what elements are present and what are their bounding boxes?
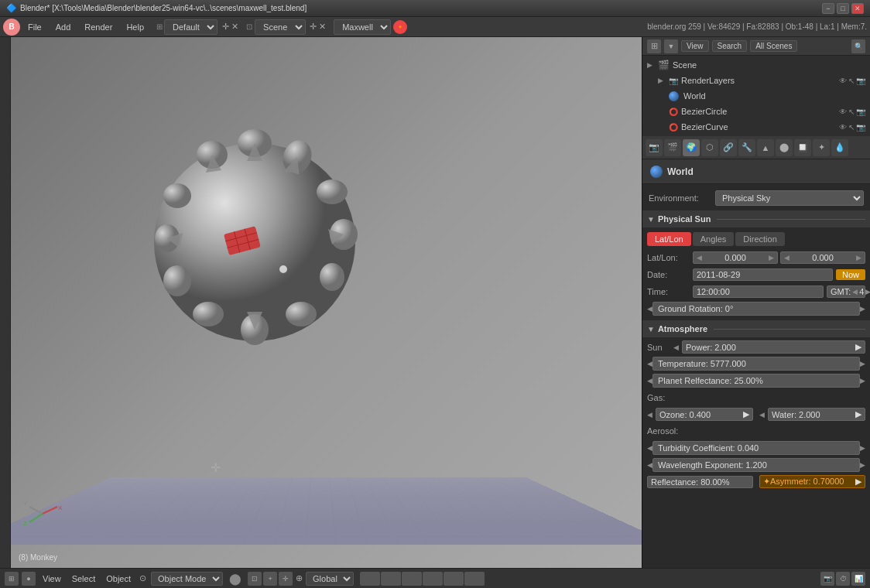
beziercircle-eye[interactable]: 👁 (839, 108, 847, 116)
scene-expand-arrow[interactable]: ▶ (647, 61, 655, 69)
beziercurve-eye[interactable]: 👁 (839, 123, 847, 132)
temp-arrow-left[interactable]: ◀ (647, 360, 652, 368)
ozone-field[interactable]: Ozone: 0.400 ▶ (656, 408, 753, 421)
ground-rotation-arrow-left[interactable]: ◀ (647, 305, 652, 313)
planet-reflectance-field[interactable]: Planet Relfectance: 25.00% (652, 374, 860, 388)
prop-icon-constraint[interactable]: 🔗 (720, 139, 737, 156)
panel-search-icon[interactable]: 🔍 (851, 39, 865, 53)
asymmetry-arrow-right[interactable]: ▶ (855, 477, 861, 487)
gmt-arrow-right[interactable]: ▶ (865, 288, 870, 296)
workspace-selector[interactable]: Default (164, 19, 218, 35)
all-scenes-button[interactable]: All Scenes (750, 40, 797, 52)
asymmetry-field[interactable]: ✦Asymmetr: 0.70000 ▶ (759, 475, 865, 488)
overlay-icon-3[interactable] (402, 572, 422, 586)
prop-icon-material[interactable]: ⬤ (776, 139, 793, 156)
menu-help[interactable]: Help (120, 21, 150, 33)
environment-select[interactable]: Physical Sky (715, 190, 864, 206)
atmosphere-arrow[interactable]: ▼ (647, 325, 655, 333)
gmt-arrow-left[interactable]: ◀ (852, 288, 858, 296)
nav-icon[interactable]: ✛ (279, 572, 293, 586)
prop-icon-world[interactable]: 🌍 (683, 139, 700, 156)
temperature-field[interactable]: Temperature: 5777.000 (652, 357, 860, 371)
renderlayers-cursor[interactable]: ↖ (848, 77, 855, 85)
water-arrow-right[interactable]: ▶ (855, 409, 861, 419)
menu-render[interactable]: Render (78, 21, 118, 33)
bottom-object[interactable]: Object (102, 573, 135, 584)
close-button[interactable]: ✕ (851, 3, 864, 14)
bottom-view[interactable]: View (39, 573, 65, 584)
overlay-icon-5[interactable] (444, 572, 464, 586)
sun-power-field[interactable]: Power: 2.000 ▶ (682, 340, 865, 354)
panel-icon-1[interactable]: ⊞ (647, 39, 661, 53)
prop-icon-render[interactable]: 📷 (646, 139, 663, 156)
expand-renderlayers[interactable]: ▶ (658, 77, 666, 84)
render-engine-selector[interactable]: Maxwell (334, 19, 391, 35)
menu-file[interactable]: File (22, 21, 48, 33)
time-field[interactable]: 12:00:00 (693, 285, 824, 298)
viewport[interactable]: User Persp (11, 37, 642, 568)
overlay-icon-6[interactable] (464, 572, 485, 586)
prop-icon-scene[interactable]: 🎬 (664, 139, 681, 156)
tree-item-world[interactable]: ▶ World (642, 88, 870, 104)
overlay-icon-2[interactable] (381, 572, 401, 586)
turbidity-arrow-left[interactable]: ◀ (647, 444, 652, 452)
sun-power-arrow-right[interactable]: ▶ (855, 342, 861, 352)
view-button[interactable]: View (681, 40, 709, 52)
turbidity-arrow-right[interactable]: ▶ (860, 444, 865, 452)
gmt-field[interactable]: GMT: ◀ 4 ▶ (827, 285, 865, 298)
lon-arrow-left[interactable]: ◀ (784, 254, 790, 262)
reflectance-field[interactable]: Reflectance: 80.00% (647, 476, 753, 488)
tab-latlon[interactable]: Lat/Lon (647, 232, 691, 246)
prop-icon-object[interactable]: ⬡ (701, 139, 718, 156)
prop-icon-particles[interactable]: ✦ (813, 139, 830, 156)
water-arrow-left[interactable]: ◀ (759, 411, 765, 419)
bottom-icon-1[interactable]: ⊞ (5, 572, 19, 586)
lat-arrow-left[interactable]: ◀ (697, 254, 702, 262)
zoom-in[interactable]: + (263, 572, 277, 586)
planet-ref-arrow-left[interactable]: ◀ (647, 377, 652, 385)
search-button[interactable]: Search (712, 40, 748, 52)
beziercircle-cam[interactable]: 📷 (856, 108, 865, 116)
panel-icon-2[interactable]: ▼ (664, 39, 678, 53)
planet-ref-arrow-right[interactable]: ▶ (860, 377, 865, 385)
tree-item-beziercurve[interactable]: ▶ ⭕ BezierCurve 👁 ↖ 📷 (642, 119, 870, 135)
renderlayers-cam[interactable]: 📷 (856, 77, 865, 85)
wavelength-arrow-left[interactable]: ◀ (647, 461, 652, 469)
tab-direction[interactable]: Direction (735, 232, 784, 246)
ground-rotation-field[interactable]: Ground Rotation: 0° (652, 302, 860, 316)
wavelength-field[interactable]: Wavelength Exponent: 1.200 (652, 458, 860, 472)
bottom-icon-2[interactable]: ● (22, 572, 36, 586)
lat-arrow-right[interactable]: ▶ (769, 254, 774, 262)
beziercircle-cursor[interactable]: ↖ (848, 108, 855, 116)
beziercurve-cursor[interactable]: ↖ (848, 123, 855, 132)
physical-sun-arrow[interactable]: ▼ (647, 215, 655, 224)
render-preview-icon[interactable]: 📷 (820, 572, 834, 586)
ozone-arrow-left[interactable]: ◀ (647, 411, 652, 419)
maximize-button[interactable]: □ (837, 3, 849, 14)
ozone-arrow-right[interactable]: ▶ (743, 409, 749, 419)
date-input[interactable] (693, 268, 833, 281)
prop-icon-physics[interactable]: 💧 (831, 139, 848, 156)
prop-icon-texture[interactable]: 🔲 (794, 139, 811, 156)
prop-icon-data[interactable]: ▲ (757, 139, 774, 156)
tree-item-renderlayers[interactable]: ▶ 📷 RenderLayers 👁 ↖ 📷 (642, 73, 870, 88)
menu-add[interactable]: Add (50, 21, 77, 33)
wavelength-arrow-right[interactable]: ▶ (860, 461, 865, 469)
renderlayers-eye[interactable]: 👁 (839, 77, 847, 85)
turbidity-field[interactable]: Turbidity Coefficient: 0.040 (652, 441, 860, 455)
info-icon[interactable]: 📊 (851, 572, 865, 586)
tree-item-beziercircle[interactable]: ▶ ⭕ BezierCircle 👁 ↖ 📷 (642, 104, 870, 119)
screen-selector[interactable]: Scene (255, 19, 306, 35)
timeline-icon[interactable]: ⏱ (836, 572, 850, 586)
prop-icon-modifier[interactable]: 🔧 (738, 139, 755, 156)
overlay-icon-4[interactable] (423, 572, 443, 586)
sun-power-arrow-left[interactable]: ◀ (673, 344, 679, 351)
tab-angles[interactable]: Angles (693, 232, 735, 246)
bottom-select[interactable]: Select (68, 573, 100, 584)
lon-field[interactable]: ◀ 0.000 ▶ (780, 251, 865, 264)
ground-rotation-arrow-right[interactable]: ▶ (860, 305, 865, 313)
mode-select[interactable]: Object Mode (151, 572, 223, 586)
scene-root-item[interactable]: ▶ 🎬 Scene (642, 57, 870, 73)
now-button[interactable]: Now (836, 269, 865, 280)
temp-arrow-right[interactable]: ▶ (860, 360, 865, 368)
